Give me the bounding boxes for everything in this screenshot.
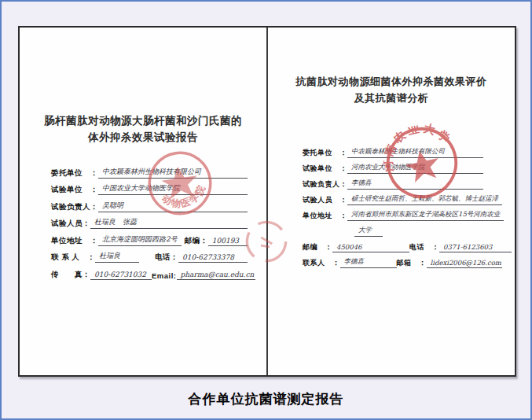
field-row-unit-address: 单位地址 ： 北京海淀圆明园西路2号 邮编： 100193 xyxy=(51,229,248,246)
field-label: 试验负责人： xyxy=(51,202,98,212)
field-label: 试验人员： xyxy=(51,219,90,229)
field-label: 联系人 ： xyxy=(303,258,340,268)
left-title-line2: 体外抑杀效果试验报告 xyxy=(20,129,266,146)
right-report-page: 抗菌肽对动物源细菌体外抑杀菌效果评价 及其抗菌谱分析 委托单位 ： 中农颖泰林州… xyxy=(266,28,515,375)
field-value: 吴聪明 xyxy=(98,201,144,212)
field-label: 传 真： xyxy=(51,270,90,280)
left-report-fields: 委托单位 ： 中农颖泰林州生物科技有限公司 试验单位 ： 中国农业大学动物医学院… xyxy=(51,161,248,280)
field-row-address-continued: 大学 xyxy=(354,221,483,237)
field-row-postcode-phone: 邮编 ： 450046 电话 ： 0371-6123603 xyxy=(303,237,483,252)
field-row-contact-email: 联系人 ： 李德喜 邮箱 ： lidexi2006@126.com xyxy=(303,252,483,268)
field-value-postcode: 100193 xyxy=(208,237,248,246)
field-value-email: pharma@cau.edu.cn xyxy=(177,271,255,280)
figure-caption: 合作单位抗菌谱测定报告 xyxy=(2,390,530,408)
field-label-email: Email: xyxy=(152,271,177,280)
field-value: 李德喜 xyxy=(340,257,397,268)
field-row-entrusting-unit: 委托单位 ： 中农颖泰林州生物科技有限公司 xyxy=(303,142,483,158)
right-title-line1: 抗菌肽对动物源细菌体外抑杀菌效果评价 xyxy=(268,73,515,90)
field-value: 李德喜 xyxy=(347,179,388,190)
underline-fill xyxy=(429,173,484,174)
right-report-title: 抗菌肽对动物源细菌体外抑杀菌效果评价 及其抗菌谱分析 xyxy=(268,73,515,106)
left-report-page: 肠杆菌肽对动物源大肠杆菌和沙门氏菌的 体外抑杀效果试验报告 委托单位 ： 中农颖… xyxy=(20,28,266,375)
field-label-email: 邮箱 ： xyxy=(397,258,427,268)
field-label: 委托单位 ： xyxy=(303,148,347,158)
right-report-fields: 委托单位 ： 中农颖泰林州生物科技有限公司 试验单位 ： 河南农业大学动物医学院… xyxy=(303,142,483,268)
field-row-entrusting-unit: 委托单位 ： 中农颖泰林州生物科技有限公司 xyxy=(51,161,248,179)
underline-fill xyxy=(184,194,248,195)
left-report-title: 肠杆菌肽对动物源大肠杆菌和沙门氏菌的 体外抑杀效果试验报告 xyxy=(20,112,266,146)
field-label: 试验单位 ： xyxy=(51,185,98,195)
field-value: 中农颖泰林州生物科技有限公司 xyxy=(98,167,205,179)
field-value-email: lidexi2006@126.com xyxy=(427,259,502,268)
field-value-continued: 大学 xyxy=(354,226,383,237)
field-row-test-leader: 试验负责人： 李德喜 xyxy=(303,174,483,190)
field-row-test-staff: 试验人员： 杜瑞良 张蕊 xyxy=(51,212,248,230)
underline-fill xyxy=(145,228,248,229)
field-value: 河南省郑州市郑东新区龙子湖高校区15号河南农业 xyxy=(347,210,504,221)
underline-fill xyxy=(388,189,483,190)
field-label: 联 系 人 ： xyxy=(51,252,95,263)
field-value: 北京海淀圆明园西路2号 xyxy=(98,234,182,246)
field-label-phone: 电话 ： xyxy=(409,242,439,252)
underline-fill xyxy=(449,157,483,158)
field-label: 委托单位 ： xyxy=(51,168,98,179)
underline-fill xyxy=(205,178,248,179)
field-label-phone: 电话： xyxy=(155,252,178,263)
right-title-line2: 及其抗菌谱分析 xyxy=(268,90,515,106)
field-row-test-unit: 试验单位 ： 河南农业大学动物医学院 xyxy=(303,158,483,174)
field-value: 杜瑞良 张蕊 xyxy=(90,217,145,229)
field-value-phone: 010-62733378 xyxy=(178,253,248,263)
left-title-line1: 肠杆菌肽对动物源大肠杆菌和沙门氏菌的 xyxy=(20,112,266,129)
field-label: 单位地址 ： xyxy=(51,236,98,246)
field-row-test-leader: 试验负责人： 吴聪明 xyxy=(51,195,248,212)
field-row-fax-email: 传 真： 010-62731032 Email: pharma@cau.edu.… xyxy=(51,263,248,280)
field-label: 单位地址 ： xyxy=(303,211,347,221)
field-row-test-staff: 试验人员 ： 硕士研究生赵雨哲、王毅新、郭芯毓、博士赵运泽 xyxy=(303,190,483,205)
field-row-contact: 联 系 人 ： 杜瑞良 电话： 010-62733378 xyxy=(51,246,248,263)
field-label: 邮编 ： xyxy=(303,242,332,252)
field-value-phone: 0371-6123603 xyxy=(439,243,512,252)
field-row-test-unit: 试验单位 ： 中国农业大学动物医学院 xyxy=(51,179,248,196)
cooperation-report-figure: 肠杆菌肽对动物源大肠杆菌和沙门氏菌的 体外抑杀效果试验报告 委托单位 ： 中农颖… xyxy=(0,0,532,420)
field-value: 中国农业大学动物医学院 xyxy=(98,183,184,195)
underline-fill xyxy=(144,212,248,212)
field-label: 试验负责人： xyxy=(303,179,347,190)
field-value: 河南农业大学动物医学院 xyxy=(347,163,429,174)
field-label: 试验单位 ： xyxy=(303,164,347,174)
field-value: 450046 xyxy=(332,243,409,252)
field-row-unit-address: 单位地址 ： 河南省郑州市郑东新区龙子湖高校区15号河南农业 xyxy=(303,205,483,221)
field-label: 试验人员 ： xyxy=(303,195,347,205)
field-value: 杜瑞良 xyxy=(95,251,139,263)
field-label-postcode: 邮编： xyxy=(185,236,208,246)
field-value: 中农颖泰林州生物科技有限公司 xyxy=(347,147,449,158)
field-value: 010-62731032 xyxy=(90,271,152,280)
scanned-pages: 肠杆菌肽对动物源大肠杆菌和沙门氏菌的 体外抑杀效果试验报告 委托单位 ： 中农颖… xyxy=(18,26,516,377)
field-value: 硕士研究生赵雨哲、王毅新、郭芯毓、博士赵运泽 xyxy=(347,194,502,205)
